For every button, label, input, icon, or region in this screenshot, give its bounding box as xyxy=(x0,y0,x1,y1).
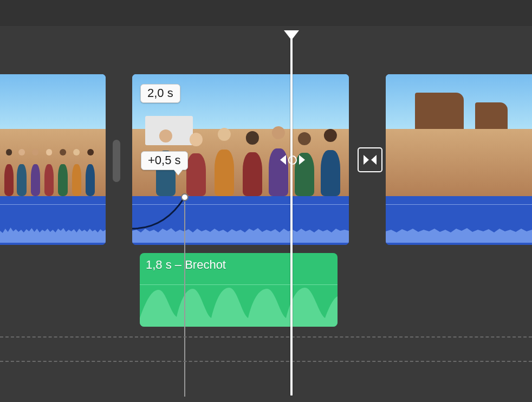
transition-icon xyxy=(363,154,377,166)
audio-clip-label: 1,8 s – Brechot xyxy=(146,258,226,272)
audio-waveform xyxy=(0,217,106,243)
timeline-ruler-zone xyxy=(0,0,532,26)
clip-gap-handle[interactable] xyxy=(113,140,120,182)
video-clip-1[interactable] xyxy=(0,74,106,245)
callout-leader-line xyxy=(184,202,185,397)
clip-audio-lane[interactable] xyxy=(0,196,106,245)
snap-guide-line xyxy=(0,361,532,362)
audio-waveform xyxy=(132,217,349,243)
playhead-cap-icon xyxy=(284,30,299,40)
timeline-area: 1,8 s – Brechot 2,0 s +0,5 s xyxy=(0,0,532,402)
audio-waveform xyxy=(140,284,338,327)
video-clip-3[interactable] xyxy=(386,74,532,245)
snap-guide-line xyxy=(0,336,532,338)
clip-thumbnail xyxy=(386,74,532,196)
audio-fade-handle[interactable] xyxy=(181,193,189,201)
clip-audio-lane[interactable] xyxy=(386,196,532,245)
detached-audio-clip[interactable]: 1,8 s – Brechot xyxy=(140,253,338,327)
audio-waveform xyxy=(386,217,532,243)
transition-button[interactable] xyxy=(358,147,382,172)
clip-thumbnail xyxy=(0,74,106,196)
fade-offset-tooltip: +0,5 s xyxy=(141,151,188,170)
clip-audio-lane[interactable] xyxy=(132,196,349,245)
clip-duration-badge: 2,0 s xyxy=(140,84,180,103)
